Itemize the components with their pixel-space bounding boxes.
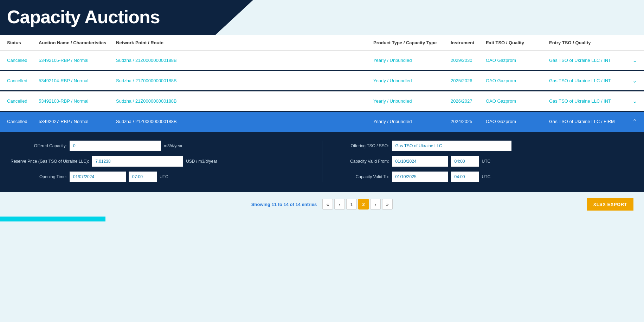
row-instrument: 2024/2025	[451, 119, 486, 124]
capacity-valid-to-row: Capacity Valid To: UTC	[333, 172, 634, 182]
pagination-first-button[interactable]: «	[322, 199, 333, 210]
offered-capacity-label: Offered Capacity:	[11, 143, 67, 148]
capacity-valid-to-unit: UTC	[482, 174, 491, 179]
col-status: Status	[7, 40, 39, 45]
col-entry-tso: Entry TSO / Quality	[549, 40, 626, 45]
capacity-valid-from-time-input[interactable]	[451, 156, 479, 167]
pagination-next-button[interactable]: ›	[370, 199, 381, 210]
table-row-active[interactable]: Cancelled 53492027-RBP / Normal Sudzha /…	[0, 112, 644, 132]
footer-accent	[0, 217, 105, 221]
page-title: Capacity Auctions	[7, 6, 243, 27]
row-exit-tso: OAO Gazprom	[486, 98, 549, 104]
opening-time-unit: UTC	[160, 174, 168, 179]
row-network-point: Sudzha / 21Z000000000188B	[116, 119, 373, 124]
col-product-type: Product Type / Capacity Type	[373, 40, 451, 45]
row-instrument: 2025/2026	[451, 78, 486, 83]
row-product-type: Yearly / Unbundled	[373, 78, 451, 83]
capacity-valid-to-label: Capacity Valid To:	[333, 174, 389, 179]
row-product-type: Yearly / Unbundled	[373, 98, 451, 104]
col-exit-tso: Exit TSO / Quality	[486, 40, 549, 45]
row-status: Cancelled	[7, 58, 39, 63]
vertical-divider	[322, 141, 322, 182]
pagination-controls: « ‹ 1 2 › »	[322, 199, 393, 210]
table-row[interactable]: Cancelled 53492105-RBP / Normal Sudzha /…	[0, 51, 644, 71]
col-instrument: Instrument	[451, 40, 486, 45]
row-entry-tso: Gas TSO of Ukraine LLC / FIRM	[549, 119, 626, 124]
offered-capacity-unit: m3/d/year	[164, 143, 182, 148]
col-network-point: Network Point / Route	[116, 40, 373, 45]
left-form-section: Offered Capacity: m3/d/year Reserve Pric…	[11, 141, 311, 182]
capacity-valid-from-date-input[interactable]	[392, 156, 448, 167]
row-instrument: 2029/2030	[451, 58, 486, 63]
opening-time-date-input[interactable]	[70, 172, 126, 182]
col-auction-name: Auction Name / Characteristics	[39, 40, 116, 45]
table-row[interactable]: Cancelled 53492103-RBP / Normal Sudzha /…	[0, 91, 644, 112]
offering-tso-input[interactable]	[392, 141, 511, 151]
pagination-info: Showing 11 to 14 of 14 entries	[251, 202, 317, 207]
opening-time-label: Opening Time:	[11, 174, 67, 179]
reserve-price-label: Reserve Price (Gas TSO of Ukraine LLC):	[11, 159, 89, 164]
row-status: Cancelled	[7, 78, 39, 83]
pagination-bar: Showing 11 to 14 of 14 entries « ‹ 1 2 ›…	[0, 192, 644, 217]
row-product-type: Yearly / Unbundled	[373, 119, 451, 124]
xlsx-export-button[interactable]: XLSX EXPORT	[587, 198, 633, 211]
row-exit-tso: OAO Gazprom	[486, 78, 549, 83]
row-auction-name: 53492027-RBP / Normal	[39, 119, 116, 124]
row-status: Cancelled	[7, 98, 39, 104]
row-auction-name: 53492103-RBP / Normal	[39, 98, 116, 104]
capacity-valid-to-time-input[interactable]	[451, 172, 479, 182]
pagination-last-button[interactable]: »	[382, 199, 393, 210]
offering-tso-label: Offering TSO / SSO:	[333, 143, 389, 148]
offered-capacity-row: Offered Capacity: m3/d/year	[11, 141, 311, 151]
row-entry-tso: Gas TSO of Ukraine LLC / INT	[549, 78, 626, 83]
expanded-detail-panel: Offered Capacity: m3/d/year Reserve Pric…	[0, 132, 644, 192]
opening-time-row: Opening Time: UTC	[11, 172, 311, 182]
row-status: Cancelled	[7, 119, 39, 124]
reserve-price-unit: USD / m3/d/year	[186, 159, 217, 164]
auction-table: Status Auction Name / Characteristics Ne…	[0, 35, 644, 192]
pagination-page-1-button[interactable]: 1	[346, 199, 357, 210]
capacity-valid-to-date-input[interactable]	[392, 172, 448, 182]
reserve-price-input[interactable]	[92, 156, 183, 167]
capacity-valid-from-unit: UTC	[482, 159, 491, 164]
chevron-down-icon[interactable]: ⌄	[626, 98, 637, 104]
row-exit-tso: OAO Gazprom	[486, 119, 549, 124]
row-entry-tso: Gas TSO of Ukraine LLC / INT	[549, 58, 626, 63]
chevron-up-icon[interactable]: ⌃	[626, 118, 637, 125]
table-row[interactable]: Cancelled 53492104-RBP / Normal Sudzha /…	[0, 71, 644, 91]
right-form-section: Offering TSO / SSO: Capacity Valid From:…	[333, 141, 634, 182]
capacity-valid-from-label: Capacity Valid From:	[333, 159, 389, 164]
offered-capacity-input[interactable]	[70, 141, 161, 151]
row-network-point: Sudzha / 21Z000000000188B	[116, 58, 373, 63]
reserve-price-row: Reserve Price (Gas TSO of Ukraine LLC): …	[11, 156, 311, 167]
row-auction-name: 53492105-RBP / Normal	[39, 58, 116, 63]
row-product-type: Yearly / Unbundled	[373, 58, 451, 63]
row-entry-tso: Gas TSO of Ukraine LLC / INT	[549, 98, 626, 104]
table-header: Status Auction Name / Characteristics Ne…	[0, 35, 644, 51]
chevron-down-icon[interactable]: ⌄	[626, 57, 637, 64]
page-header: Capacity Auctions	[0, 0, 253, 35]
row-network-point: Sudzha / 21Z000000000188B	[116, 78, 373, 83]
opening-time-time-input[interactable]	[129, 172, 157, 182]
row-network-point: Sudzha / 21Z000000000188B	[116, 98, 373, 104]
pagination-page-2-button[interactable]: 2	[358, 199, 369, 210]
capacity-valid-from-row: Capacity Valid From: UTC	[333, 156, 634, 167]
offering-tso-row: Offering TSO / SSO:	[333, 141, 634, 151]
row-exit-tso: OAO Gazprom	[486, 58, 549, 63]
chevron-down-icon[interactable]: ⌄	[626, 77, 637, 84]
row-auction-name: 53492104-RBP / Normal	[39, 78, 116, 83]
row-instrument: 2026/2027	[451, 98, 486, 104]
pagination-prev-button[interactable]: ‹	[334, 199, 345, 210]
